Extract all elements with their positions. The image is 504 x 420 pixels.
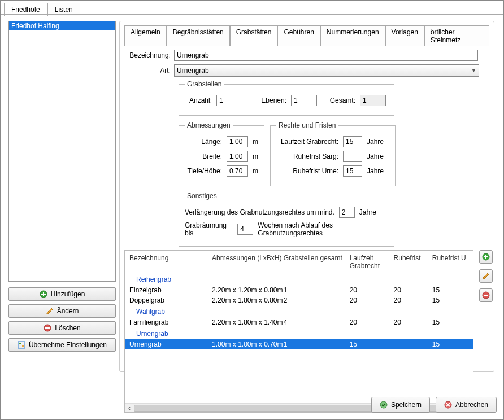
adopt-settings-button[interactable]: Übernehme Einstellungen (8, 338, 116, 352)
breite-unit: m (253, 152, 258, 160)
scroll-left-icon[interactable]: ‹ (125, 404, 134, 412)
cell-abm: 1.00m x 1.00m x 0.70m (212, 340, 284, 348)
delete-row-button[interactable] (479, 288, 493, 302)
cell-ru: 15 (432, 296, 468, 304)
check-icon (380, 401, 388, 409)
sarg-input[interactable] (343, 151, 362, 162)
legend-grabstellen: Grabstellen (185, 80, 224, 88)
minus-icon (482, 291, 490, 299)
breite-input[interactable] (227, 151, 248, 162)
group-urnengrab[interactable]: Urnengrab (125, 327, 473, 339)
gesamt-label: Gesamt: (321, 97, 355, 104)
group-reihengrab[interactable]: Reihengrab (125, 273, 473, 285)
plus-icon (40, 290, 47, 298)
art-label: Art: (124, 67, 174, 75)
breite-label: Breite: (185, 152, 222, 160)
svg-marker-12 (483, 273, 489, 279)
cancel-button[interactable]: Abbrechen (436, 397, 497, 413)
cell-bez: Familiengrab (129, 318, 212, 326)
cell-rf: 20 (394, 318, 432, 326)
cell-ru: 15 (432, 340, 468, 348)
save-label: Speichern (391, 401, 422, 409)
tab-allgemein[interactable]: Allgemein (124, 25, 167, 46)
inner-tabs: Allgemein Begräbnisstätten Grabstätten G… (124, 25, 489, 46)
bezeichnung-row: Bezeichnung: (124, 50, 489, 61)
svg-marker-3 (47, 308, 53, 314)
grabrecht-label: Laufzeit Grabrecht: (276, 138, 338, 146)
table-row[interactable]: Doppelgrab 2.20m x 1.80m x 0.80m 2 20 20… (125, 295, 473, 305)
add-cemetery-button[interactable]: Hinzufügen (8, 287, 116, 301)
add-row-button[interactable] (479, 250, 493, 264)
svg-rect-6 (18, 342, 25, 348)
cell-lr: 15 (350, 340, 394, 348)
edit-cemetery-button[interactable]: Ändern (8, 304, 116, 318)
cell-gs: 1 (284, 340, 350, 348)
verlaengerung-pre: Verlängerung des Grabnutzungsrechtes um … (185, 208, 334, 216)
tab-grabstaetten[interactable]: Grabstätten (230, 25, 278, 46)
cell-bez: Urnengrab (129, 340, 212, 348)
ebenen-label: Ebenen: (247, 97, 286, 104)
delete-cemetery-label: Löschen (55, 324, 80, 332)
edit-cemetery-label: Ändern (57, 307, 79, 315)
ebenen-input[interactable] (291, 95, 317, 106)
bezeichnung-input[interactable] (174, 50, 478, 61)
right-panel: Allgemein Begräbnisstätten Grabstätten G… (119, 21, 494, 372)
cemetery-item[interactable]: Friedhof Halfing (9, 21, 115, 30)
svg-rect-14 (484, 295, 488, 296)
tab-nummerierungen[interactable]: Nummerierungen (320, 25, 385, 46)
tab-begraebnisstaetten[interactable]: Begräbnisstätten (167, 25, 230, 46)
cell-lr: 20 (350, 296, 394, 304)
urne-label: Ruhefrist Urne: (276, 167, 338, 175)
raeumung-post: Wochen nach Ablauf des Grabnutzungsrecht… (258, 221, 388, 237)
legend-sonstiges: Sonstiges (185, 192, 219, 200)
cell-ru: 15 (432, 318, 468, 326)
col-laufzeit[interactable]: Laufzeit Grabrecht (350, 254, 394, 270)
cancel-label: Abbrechen (455, 401, 488, 409)
table-row[interactable]: Familiengrab 2.20m x 1.80m x 1.40m 4 20 … (125, 317, 473, 327)
tiefe-label: Tiefe/Höhe: (185, 167, 222, 175)
grabrecht-input[interactable] (343, 136, 362, 147)
fieldset-sonstiges: Sonstiges Verlängerung des Grabnutzungsr… (179, 192, 394, 247)
sarg-unit: Jahre (367, 152, 384, 160)
verlaengerung-input[interactable] (339, 207, 355, 218)
col-ruhefrist[interactable]: Ruhefrist (394, 254, 432, 270)
bottom-bar: Speichern Abbrechen (371, 397, 497, 413)
art-select[interactable]: Urnengrab ▼ (174, 64, 479, 77)
tab-steinmetz[interactable]: örtlicher Steinmetz (424, 25, 489, 46)
anzahl-input[interactable] (216, 95, 242, 106)
edit-row-button[interactable] (479, 269, 493, 283)
add-cemetery-label: Hinzufügen (51, 290, 85, 298)
verlaengerung-post: Jahre (359, 208, 376, 216)
svg-rect-8 (22, 345, 24, 347)
cell-gs: 4 (284, 318, 350, 326)
cemetery-list[interactable]: Friedhof Halfing (8, 21, 116, 282)
tab-gebuehren[interactable]: Gebühren (277, 25, 320, 46)
urne-input[interactable] (343, 165, 362, 177)
svg-rect-7 (19, 343, 21, 344)
col-ruhefrist-u[interactable]: Ruhefrist U (432, 254, 468, 270)
raeumung-input[interactable] (237, 224, 253, 235)
tab-vorlagen[interactable]: Vorlagen (385, 25, 424, 46)
two-col: Abmessungen Länge: m Breite: m Tiefe/Höh… (124, 119, 489, 190)
adopt-icon (18, 341, 25, 349)
sarg-label: Ruhefrist Sarg: (276, 152, 338, 160)
grabrecht-unit: Jahre (367, 138, 384, 146)
cell-abm: 2.20m x 1.80m x 0.80m (212, 296, 284, 304)
grid-side-actions (479, 250, 493, 302)
cell-rf: 20 (394, 296, 432, 304)
col-bezeichnung[interactable]: Bezeichnung (129, 254, 212, 270)
col-abmessungen[interactable]: Abmessungen (LxBxH) (212, 254, 284, 270)
save-button[interactable]: Speichern (371, 397, 430, 413)
laenge-input[interactable] (227, 136, 248, 147)
tiefe-input[interactable] (227, 165, 248, 177)
main-window: Friedhöfe Listen Friedhof Halfing Hinzuf… (0, 0, 504, 420)
table-row[interactable]: Einzelgrab 2.20m x 1.20m x 0.80m 1 20 20… (125, 285, 473, 295)
anzahl-label: Anzahl: (185, 97, 212, 104)
grave-type-grid[interactable]: Bezeichnung Abmessungen (LxBxH) Grabstel… (124, 250, 473, 413)
cell-gs: 1 (284, 286, 350, 294)
svg-rect-11 (484, 256, 488, 257)
delete-cemetery-button[interactable]: Löschen (8, 321, 116, 335)
group-wahlgrab[interactable]: Wahlgrab (125, 305, 473, 317)
table-row[interactable]: Urnengrab 1.00m x 1.00m x 0.70m 1 15 15 (125, 339, 473, 349)
col-grabstellen[interactable]: Grabstellen gesamt (284, 254, 350, 270)
